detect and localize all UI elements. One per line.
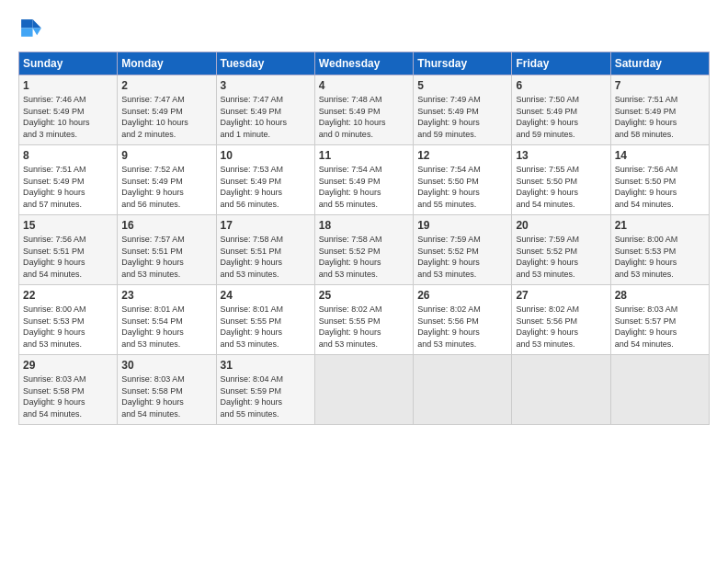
weekday-header: Sunday: [19, 52, 118, 75]
svg-marker-1: [33, 28, 41, 35]
calendar-day-cell: 3Sunrise: 7:47 AM Sunset: 5:49 PM Daylig…: [216, 75, 314, 145]
day-info: Sunrise: 7:59 AM Sunset: 5:52 PM Dayligh…: [417, 234, 507, 280]
day-info: Sunrise: 7:46 AM Sunset: 5:49 PM Dayligh…: [23, 94, 113, 140]
calendar-day-cell: 24Sunrise: 8:01 AM Sunset: 5:55 PM Dayli…: [216, 285, 314, 355]
day-info: Sunrise: 7:47 AM Sunset: 5:49 PM Dayligh…: [121, 94, 211, 140]
calendar-week-row: 15Sunrise: 7:56 AM Sunset: 5:51 PM Dayli…: [19, 215, 710, 285]
day-info: Sunrise: 7:59 AM Sunset: 5:52 PM Dayligh…: [516, 234, 606, 280]
calendar-day-cell: 19Sunrise: 7:59 AM Sunset: 5:52 PM Dayli…: [414, 215, 512, 285]
calendar-day-cell: 2Sunrise: 7:47 AM Sunset: 5:49 PM Daylig…: [118, 75, 216, 145]
calendar-day-cell: 25Sunrise: 8:02 AM Sunset: 5:55 PM Dayli…: [314, 285, 413, 355]
day-number: 27: [516, 289, 606, 302]
calendar-day-cell: 16Sunrise: 7:57 AM Sunset: 5:51 PM Dayli…: [118, 215, 216, 285]
calendar-day-cell: 12Sunrise: 7:54 AM Sunset: 5:50 PM Dayli…: [414, 145, 512, 215]
calendar-day-cell: 23Sunrise: 8:01 AM Sunset: 5:54 PM Dayli…: [118, 285, 216, 355]
day-info: Sunrise: 7:53 AM Sunset: 5:49 PM Dayligh…: [221, 164, 311, 210]
calendar-day-cell: 29Sunrise: 8:03 AM Sunset: 5:58 PM Dayli…: [19, 355, 118, 425]
calendar-day-cell: 4Sunrise: 7:48 AM Sunset: 5:49 PM Daylig…: [314, 75, 413, 145]
calendar-day-cell: [512, 355, 610, 425]
calendar-day-cell: 13Sunrise: 7:55 AM Sunset: 5:50 PM Dayli…: [512, 145, 610, 215]
calendar-day-cell: 5Sunrise: 7:49 AM Sunset: 5:49 PM Daylig…: [414, 75, 512, 145]
calendar-table: SundayMondayTuesdayWednesdayThursdayFrid…: [18, 52, 710, 425]
calendar-day-cell: 17Sunrise: 7:58 AM Sunset: 5:51 PM Dayli…: [216, 215, 314, 285]
calendar-header-row: SundayMondayTuesdayWednesdayThursdayFrid…: [19, 52, 710, 75]
calendar-week-row: 8Sunrise: 7:51 AM Sunset: 5:49 PM Daylig…: [19, 145, 710, 215]
day-info: Sunrise: 8:00 AM Sunset: 5:53 PM Dayligh…: [23, 304, 113, 350]
weekday-header: Saturday: [610, 52, 709, 75]
day-number: 17: [221, 219, 311, 232]
day-info: Sunrise: 7:56 AM Sunset: 5:51 PM Dayligh…: [23, 234, 113, 280]
day-info: Sunrise: 8:03 AM Sunset: 5:58 PM Dayligh…: [121, 373, 211, 419]
day-number: 5: [417, 79, 507, 92]
day-number: 20: [516, 219, 606, 232]
day-number: 13: [516, 149, 606, 162]
day-number: 21: [615, 219, 705, 232]
day-number: 7: [615, 79, 705, 92]
calendar-day-cell: 22Sunrise: 8:00 AM Sunset: 5:53 PM Dayli…: [19, 285, 118, 355]
day-number: 6: [516, 79, 606, 92]
calendar-day-cell: 27Sunrise: 8:02 AM Sunset: 5:56 PM Dayli…: [512, 285, 610, 355]
header: [18, 17, 710, 42]
calendar-day-cell: 10Sunrise: 7:53 AM Sunset: 5:49 PM Dayli…: [216, 145, 314, 215]
calendar-week-row: 29Sunrise: 8:03 AM Sunset: 5:58 PM Dayli…: [19, 355, 710, 425]
weekday-header: Wednesday: [314, 52, 413, 75]
svg-marker-0: [33, 19, 41, 28]
day-number: 2: [121, 79, 211, 92]
day-number: 15: [23, 219, 113, 232]
calendar-page: SundayMondayTuesdayWednesdayThursdayFrid…: [0, 0, 728, 563]
calendar-day-cell: 7Sunrise: 7:51 AM Sunset: 5:49 PM Daylig…: [610, 75, 709, 145]
calendar-day-cell: [414, 355, 512, 425]
day-number: 24: [221, 289, 311, 302]
day-info: Sunrise: 8:01 AM Sunset: 5:55 PM Dayligh…: [221, 304, 311, 350]
calendar-day-cell: 8Sunrise: 7:51 AM Sunset: 5:49 PM Daylig…: [19, 145, 118, 215]
svg-rect-2: [21, 19, 32, 28]
day-info: Sunrise: 7:51 AM Sunset: 5:49 PM Dayligh…: [615, 94, 705, 140]
day-info: Sunrise: 7:58 AM Sunset: 5:52 PM Dayligh…: [319, 234, 409, 280]
day-number: 31: [221, 359, 311, 372]
day-info: Sunrise: 7:47 AM Sunset: 5:49 PM Dayligh…: [221, 94, 311, 140]
calendar-day-cell: 31Sunrise: 8:04 AM Sunset: 5:59 PM Dayli…: [216, 355, 314, 425]
svg-rect-3: [21, 28, 32, 36]
day-info: Sunrise: 7:54 AM Sunset: 5:50 PM Dayligh…: [417, 164, 507, 210]
day-number: 16: [121, 219, 211, 232]
calendar-day-cell: 21Sunrise: 8:00 AM Sunset: 5:53 PM Dayli…: [610, 215, 709, 285]
weekday-header: Tuesday: [216, 52, 314, 75]
day-info: Sunrise: 7:52 AM Sunset: 5:49 PM Dayligh…: [121, 164, 211, 210]
calendar-day-cell: 9Sunrise: 7:52 AM Sunset: 5:49 PM Daylig…: [118, 145, 216, 215]
weekday-header: Friday: [512, 52, 610, 75]
calendar-day-cell: 30Sunrise: 8:03 AM Sunset: 5:58 PM Dayli…: [118, 355, 216, 425]
day-info: Sunrise: 8:02 AM Sunset: 5:55 PM Dayligh…: [319, 304, 409, 350]
calendar-day-cell: 11Sunrise: 7:54 AM Sunset: 5:49 PM Dayli…: [314, 145, 413, 215]
day-number: 26: [417, 289, 507, 302]
day-info: Sunrise: 8:01 AM Sunset: 5:54 PM Dayligh…: [121, 304, 211, 350]
day-info: Sunrise: 7:58 AM Sunset: 5:51 PM Dayligh…: [221, 234, 311, 280]
logo: [18, 17, 48, 42]
day-number: 12: [417, 149, 507, 162]
day-info: Sunrise: 8:03 AM Sunset: 5:57 PM Dayligh…: [615, 304, 705, 350]
day-info: Sunrise: 7:56 AM Sunset: 5:50 PM Dayligh…: [615, 164, 705, 210]
day-number: 19: [417, 219, 507, 232]
calendar-body: 1Sunrise: 7:46 AM Sunset: 5:49 PM Daylig…: [19, 75, 710, 425]
day-info: Sunrise: 7:57 AM Sunset: 5:51 PM Dayligh…: [121, 234, 211, 280]
day-info: Sunrise: 7:50 AM Sunset: 5:49 PM Dayligh…: [516, 94, 606, 140]
day-info: Sunrise: 7:54 AM Sunset: 5:49 PM Dayligh…: [319, 164, 409, 210]
calendar-day-cell: 28Sunrise: 8:03 AM Sunset: 5:57 PM Dayli…: [610, 285, 709, 355]
calendar-day-cell: 20Sunrise: 7:59 AM Sunset: 5:52 PM Dayli…: [512, 215, 610, 285]
day-info: Sunrise: 8:03 AM Sunset: 5:58 PM Dayligh…: [23, 373, 113, 419]
calendar-day-cell: 1Sunrise: 7:46 AM Sunset: 5:49 PM Daylig…: [19, 75, 118, 145]
day-number: 28: [615, 289, 705, 302]
day-info: Sunrise: 7:55 AM Sunset: 5:50 PM Dayligh…: [516, 164, 606, 210]
logo-icon: [18, 17, 44, 42]
weekday-header: Monday: [118, 52, 216, 75]
calendar-day-cell: 18Sunrise: 7:58 AM Sunset: 5:52 PM Dayli…: [314, 215, 413, 285]
day-number: 30: [121, 359, 211, 372]
weekday-header: Thursday: [414, 52, 512, 75]
calendar-day-cell: 15Sunrise: 7:56 AM Sunset: 5:51 PM Dayli…: [19, 215, 118, 285]
day-number: 22: [23, 289, 113, 302]
day-info: Sunrise: 8:00 AM Sunset: 5:53 PM Dayligh…: [615, 234, 705, 280]
day-number: 23: [121, 289, 211, 302]
calendar-day-cell: 26Sunrise: 8:02 AM Sunset: 5:56 PM Dayli…: [414, 285, 512, 355]
day-number: 1: [23, 79, 113, 92]
calendar-day-cell: [610, 355, 709, 425]
day-number: 4: [319, 79, 409, 92]
